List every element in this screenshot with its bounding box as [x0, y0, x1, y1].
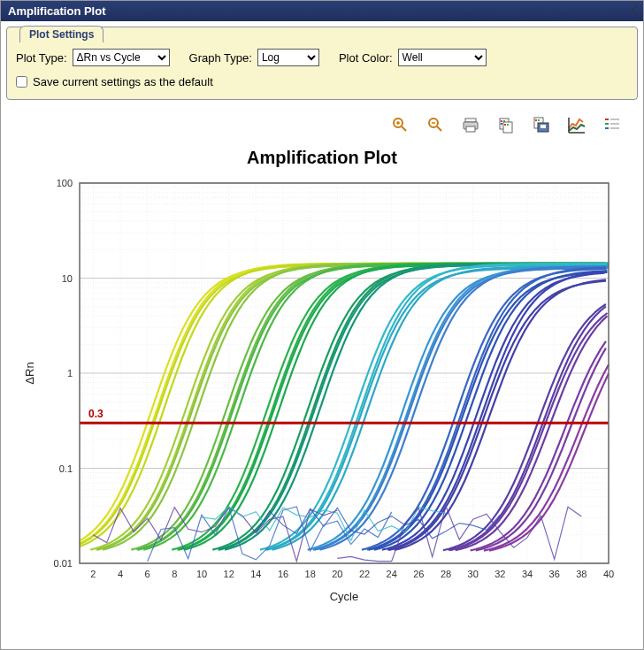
svg-text:2: 2 [90, 569, 96, 579]
svg-rect-22 [540, 125, 546, 128]
plot-settings-tab[interactable]: Plot Settings [19, 26, 104, 42]
svg-rect-26 [605, 123, 609, 125]
plot-color-select[interactable]: Well [398, 49, 487, 66]
svg-text:12: 12 [224, 569, 234, 579]
svg-text:6: 6 [145, 569, 150, 579]
svg-rect-7 [465, 119, 476, 122]
plot-color-label: Plot Color: [339, 51, 393, 65]
svg-text:40: 40 [603, 569, 614, 579]
chart-title: Amplification Plot [1, 148, 643, 168]
svg-rect-9 [466, 126, 475, 132]
svg-text:28: 28 [441, 569, 451, 579]
svg-text:10: 10 [196, 569, 207, 579]
edit-plot-icon[interactable] [567, 115, 586, 134]
svg-rect-17 [507, 124, 509, 126]
chart-area: Amplification Plot 0.010.111010024681012… [1, 148, 643, 634]
svg-text:34: 34 [522, 569, 533, 579]
svg-text:20: 20 [332, 569, 342, 579]
zoom-in-icon[interactable] [390, 115, 410, 134]
amplification-chart: 0.010.1110100246810121416182022242628303… [18, 170, 626, 612]
graph-type-select[interactable]: Log [257, 49, 319, 66]
svg-text:0.3: 0.3 [88, 408, 104, 420]
plot-type-label: Plot Type: [16, 51, 67, 65]
svg-text:38: 38 [576, 569, 586, 579]
svg-rect-25 [605, 119, 609, 120]
svg-text:18: 18 [305, 569, 316, 579]
plot-settings-panel: Plot Settings Plot Type: ΔRn vs Cycle Gr… [6, 27, 638, 100]
svg-text:26: 26 [413, 569, 424, 579]
svg-text:32: 32 [494, 569, 505, 579]
save-default-row: Save current settings as the default [16, 75, 628, 88]
svg-text:22: 22 [359, 569, 370, 579]
svg-line-5 [437, 126, 441, 131]
svg-rect-19 [535, 119, 537, 121]
svg-rect-15 [503, 122, 512, 133]
svg-rect-13 [501, 123, 502, 125]
svg-rect-11 [501, 120, 502, 122]
svg-text:36: 36 [549, 569, 560, 579]
save-image-icon[interactable] [532, 115, 551, 134]
svg-text:10: 10 [62, 273, 73, 284]
svg-text:4: 4 [118, 569, 123, 579]
amplification-plot-window: Amplification Plot Plot Settings Plot Ty… [0, 0, 644, 650]
svg-text:8: 8 [172, 569, 177, 579]
save-default-checkbox[interactable] [16, 76, 27, 88]
svg-rect-16 [504, 124, 506, 126]
svg-text:1: 1 [67, 368, 73, 379]
svg-text:24: 24 [387, 569, 397, 579]
svg-text:14: 14 [250, 569, 261, 579]
svg-text:100: 100 [57, 178, 73, 188]
legend-icon[interactable] [602, 115, 622, 134]
plot-type-select[interactable]: ΔRn vs Cycle [73, 49, 170, 66]
svg-rect-20 [538, 119, 540, 121]
svg-rect-27 [605, 127, 609, 129]
svg-line-1 [402, 126, 406, 131]
zoom-out-icon[interactable] [426, 115, 445, 134]
svg-text:30: 30 [468, 569, 479, 579]
svg-text:Cycle: Cycle [330, 590, 359, 603]
window-titlebar: Amplification Plot [1, 1, 643, 21]
copy-plot-icon[interactable] [496, 115, 516, 134]
graph-type-label: Graph Type: [189, 51, 252, 65]
print-icon[interactable] [461, 115, 480, 134]
settings-row-1: Plot Type: ΔRn vs Cycle Graph Type: Log … [16, 49, 628, 66]
svg-text:0.01: 0.01 [54, 558, 73, 569]
window-title: Amplification Plot [8, 4, 106, 18]
svg-text:0.1: 0.1 [59, 463, 73, 474]
chart-toolbar [1, 105, 643, 142]
svg-text:16: 16 [278, 569, 288, 579]
save-default-label: Save current settings as the default [33, 75, 213, 88]
svg-text:ΔRn: ΔRn [23, 362, 36, 384]
